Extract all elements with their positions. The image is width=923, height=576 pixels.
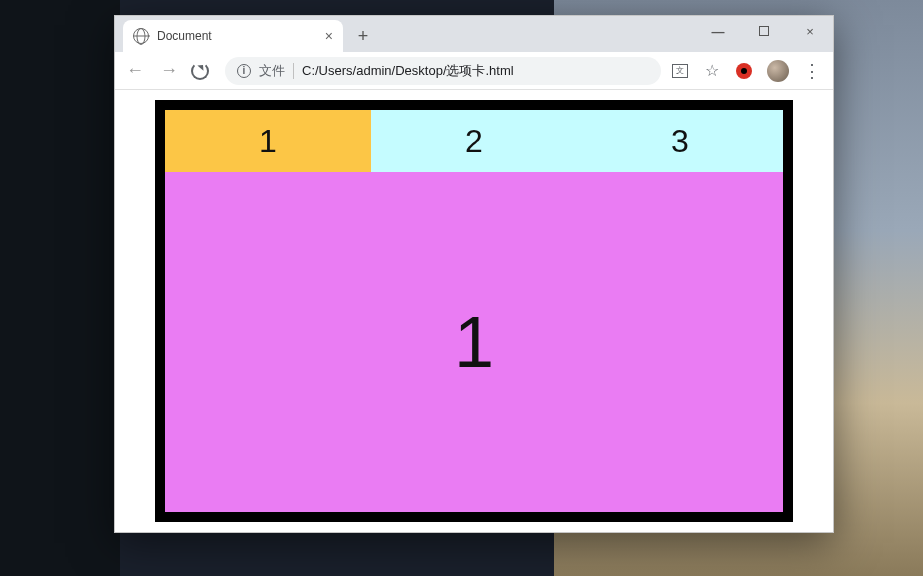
nav-reload-button[interactable] <box>191 62 215 80</box>
globe-icon <box>133 28 149 44</box>
tab-panel: 1 <box>165 172 783 512</box>
browser-tabstrip: Document × + — × <box>115 16 833 52</box>
profile-avatar[interactable] <box>767 60 789 82</box>
tab-title: Document <box>157 29 212 43</box>
bookmark-star-icon[interactable]: ☆ <box>703 62 721 80</box>
omnibox-separator <box>293 63 294 79</box>
browser-menu-button[interactable]: ⋮ <box>803 62 821 80</box>
tab-header-1[interactable]: 1 <box>165 110 371 172</box>
toolbar-right-icons: 文 ☆ ⋮ <box>671 60 825 82</box>
browser-window: Document × + — × ← → i 文件 C:/Users/admin… <box>114 15 834 533</box>
browser-toolbar: ← → i 文件 C:/Users/admin/Desktop/选项卡.html… <box>115 52 833 90</box>
page-viewport: 1 2 3 1 <box>115 90 833 532</box>
new-tab-button[interactable]: + <box>349 22 377 50</box>
extension-icon[interactable] <box>735 62 753 80</box>
translate-icon[interactable]: 文 <box>671 62 689 80</box>
address-bar[interactable]: i 文件 C:/Users/admin/Desktop/选项卡.html <box>225 57 661 85</box>
tab-headers: 1 2 3 <box>165 110 783 172</box>
desktop-dark-panel <box>0 0 120 576</box>
nav-forward-button[interactable]: → <box>157 60 181 81</box>
window-close-button[interactable]: × <box>787 16 833 46</box>
window-minimize-button[interactable]: — <box>695 16 741 46</box>
nav-back-button[interactable]: ← <box>123 60 147 81</box>
omnibox-url: C:/Users/admin/Desktop/选项卡.html <box>302 62 514 80</box>
window-controls: — × <box>695 16 833 46</box>
site-info-icon[interactable]: i <box>237 64 251 78</box>
security-label: 文件 <box>259 62 285 80</box>
browser-tab-active[interactable]: Document × <box>123 20 343 52</box>
reload-icon <box>191 62 209 80</box>
tab-header-2[interactable]: 2 <box>371 110 577 172</box>
window-maximize-button[interactable] <box>741 16 787 46</box>
tab-card: 1 2 3 1 <box>155 100 793 522</box>
tab-header-3[interactable]: 3 <box>577 110 783 172</box>
tab-close-icon[interactable]: × <box>325 28 333 44</box>
